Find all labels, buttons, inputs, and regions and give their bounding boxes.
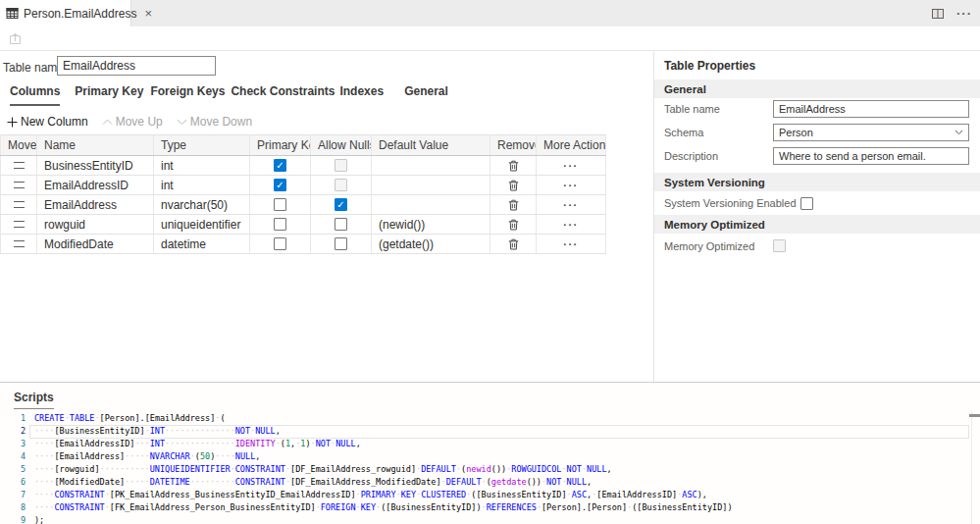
designer-tab-columns[interactable]: Columns bbox=[10, 84, 60, 106]
primary-key-checkbox[interactable] bbox=[274, 198, 286, 211]
move-cell bbox=[0, 156, 37, 175]
default-value-cell[interactable]: (getdate()) bbox=[372, 235, 490, 253]
grid-header-move: Move bbox=[0, 135, 37, 155]
primary-key-checkbox[interactable] bbox=[274, 218, 286, 231]
delete-row-button[interactable] bbox=[508, 180, 519, 191]
default-value-cell[interactable] bbox=[372, 195, 490, 214]
column-row-emailaddressid[interactable]: EmailAddressIDint✓··· bbox=[0, 176, 606, 195]
grid-header-name: Name bbox=[37, 135, 154, 155]
drag-handle-icon[interactable] bbox=[14, 221, 25, 228]
table-name-prop-input[interactable] bbox=[773, 100, 969, 118]
close-tab-icon[interactable]: × bbox=[142, 7, 154, 20]
designer-tab-foreign-keys[interactable]: Foreign Keys bbox=[150, 84, 225, 104]
row-more-actions-button[interactable]: ··· bbox=[563, 199, 579, 211]
line-number: 3 bbox=[0, 438, 26, 450]
name-cell[interactable]: BusinessEntityID bbox=[37, 156, 154, 175]
drag-handle-icon[interactable] bbox=[14, 182, 25, 188]
allow-nulls-checkbox[interactable] bbox=[335, 218, 347, 231]
code-line-3[interactable]: 3····[EmailAddressID]···INT·············… bbox=[0, 438, 980, 450]
table-properties-panel: Table Properties General Table name Sche… bbox=[653, 52, 980, 382]
default-value-cell[interactable] bbox=[372, 176, 490, 194]
default-value-cell[interactable] bbox=[372, 156, 490, 175]
sql-script-editor[interactable]: 1CREATE·TABLE·[Person].[EmailAddress]·(2… bbox=[0, 412, 980, 524]
type-cell[interactable]: uniqueidentifier bbox=[154, 215, 250, 234]
schema-select[interactable]: Person bbox=[773, 124, 969, 141]
line-text: ····CONSTRAINT·[PK_EmailAddress_Business… bbox=[34, 489, 707, 501]
more-actions-icon[interactable]: ··· bbox=[956, 9, 972, 19]
delete-row-button[interactable] bbox=[508, 160, 519, 172]
drag-handle-icon[interactable] bbox=[14, 162, 25, 169]
move-cell bbox=[0, 215, 37, 234]
allow-nulls-checkbox[interactable]: ✓ bbox=[335, 198, 347, 211]
code-line-1[interactable]: 1CREATE·TABLE·[Person].[EmailAddress]·( bbox=[0, 412, 980, 425]
more-actions-cell: ··· bbox=[537, 195, 606, 214]
delete-row-button[interactable] bbox=[508, 238, 519, 250]
property-row-schema: Schema Person bbox=[664, 123, 973, 142]
delete-row-button[interactable] bbox=[508, 219, 519, 231]
new-column-button[interactable]: New Column bbox=[7, 115, 88, 129]
table-name-input[interactable] bbox=[57, 56, 216, 76]
line-text: ····[BusinessEntityID]·INT··············… bbox=[34, 425, 281, 438]
name-cell[interactable]: ModifiedDate bbox=[37, 235, 154, 253]
code-line-5[interactable]: 5····[rowguid]··········UNIQUEIDENTIFIER… bbox=[0, 463, 980, 476]
column-row-rowguid[interactable]: rowguiduniqueidentifier(newid())··· bbox=[0, 215, 606, 235]
primary-key-checkbox[interactable] bbox=[274, 237, 286, 250]
code-line-7[interactable]: 7····CONSTRAINT·[PK_EmailAddress_Busines… bbox=[0, 489, 980, 501]
move-cell bbox=[0, 235, 37, 253]
chevron-down-icon bbox=[954, 130, 963, 135]
code-line-9[interactable]: 9); bbox=[0, 514, 980, 524]
type-cell[interactable]: nvarchar(50) bbox=[154, 195, 250, 214]
move-up-button[interactable]: Move Up bbox=[102, 115, 163, 129]
row-more-actions-button[interactable]: ··· bbox=[563, 219, 579, 231]
default-value-cell[interactable]: (newid()) bbox=[372, 215, 490, 234]
name-cell[interactable]: EmailAddress bbox=[37, 195, 154, 214]
drag-handle-icon[interactable] bbox=[14, 240, 25, 247]
editor-scrollbar-thumb[interactable] bbox=[969, 414, 980, 417]
allow-nulls-cell bbox=[311, 176, 372, 194]
code-line-8[interactable]: 8····CONSTRAINT·[FK_EmailAddress_Person_… bbox=[0, 501, 980, 514]
split-editor-icon[interactable] bbox=[931, 7, 945, 21]
column-row-modifieddate[interactable]: ModifiedDatedatetime(getdate())··· bbox=[0, 235, 606, 254]
type-cell[interactable]: datetime bbox=[154, 235, 250, 253]
code-line-4[interactable]: 4····[EmailAddress]·····NVARCHAR·(50)···… bbox=[0, 450, 980, 463]
row-more-actions-button[interactable]: ··· bbox=[563, 160, 579, 172]
row-more-actions-button[interactable]: ··· bbox=[563, 180, 579, 191]
line-text: ); bbox=[34, 514, 44, 524]
column-row-businessentityid[interactable]: BusinessEntityIDint✓··· bbox=[0, 156, 606, 176]
row-more-actions-button[interactable]: ··· bbox=[563, 238, 579, 250]
designer-main: Table name ColumnsPrimary KeyForeign Key… bbox=[0, 52, 980, 382]
primary-key-checkbox[interactable]: ✓ bbox=[274, 179, 286, 191]
line-number: 5 bbox=[0, 463, 26, 476]
designer-tab-indexes[interactable]: Indexes bbox=[339, 84, 384, 104]
type-cell[interactable]: int bbox=[154, 156, 250, 175]
allow-nulls-cell bbox=[311, 156, 372, 175]
editor-tab-person-emailaddress[interactable]: Person.EmailAddress × bbox=[0, 0, 131, 26]
name-cell[interactable]: rowguid bbox=[37, 215, 154, 234]
primary-key-checkbox[interactable]: ✓ bbox=[274, 159, 286, 172]
columns-grid: MoveNameTypePrimary KeyAllow NullsDefaul… bbox=[0, 134, 606, 254]
primary-key-cell bbox=[250, 195, 311, 214]
system-versioning-enabled-checkbox[interactable] bbox=[800, 197, 813, 210]
code-line-2[interactable]: 2····[BusinessEntityID]·INT·············… bbox=[0, 425, 980, 438]
scripts-tab[interactable]: Scripts bbox=[14, 391, 54, 409]
allow-nulls-checkbox[interactable] bbox=[335, 237, 347, 250]
designer-tab-primary-key[interactable]: Primary Key bbox=[75, 84, 143, 104]
line-text: ····[ModifiedDate]·····DATETIME·········… bbox=[34, 476, 592, 489]
publish-changes-icon bbox=[8, 31, 23, 46]
type-cell[interactable]: int bbox=[154, 176, 250, 194]
more-actions-cell: ··· bbox=[537, 215, 606, 234]
designer-tab-general[interactable]: General bbox=[404, 84, 448, 104]
grid-header-more-actions: More Actions bbox=[537, 135, 606, 155]
designer-tab-check-constraints[interactable]: Check Constraints bbox=[231, 84, 335, 104]
delete-row-button[interactable] bbox=[508, 199, 519, 211]
allow-nulls-cell: ✓ bbox=[311, 195, 372, 214]
column-row-emailaddress[interactable]: EmailAddressnvarchar(50)✓··· bbox=[0, 195, 606, 215]
name-cell[interactable]: EmailAddressID bbox=[37, 176, 154, 194]
drag-handle-icon[interactable] bbox=[14, 201, 25, 208]
description-prop-input[interactable] bbox=[773, 147, 969, 165]
code-line-6[interactable]: 6····[ModifiedDate]·····DATETIME········… bbox=[0, 476, 980, 489]
allow-nulls-checkbox bbox=[335, 179, 347, 191]
move-down-button[interactable]: Move Down bbox=[177, 115, 252, 129]
line-text: ····[EmailAddress]·····NVARCHAR·(50)····… bbox=[34, 450, 260, 463]
remove-cell bbox=[490, 156, 537, 175]
